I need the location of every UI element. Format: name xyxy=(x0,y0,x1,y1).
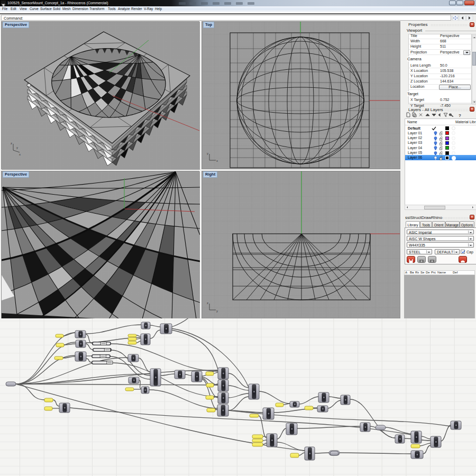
svg-text:y: y xyxy=(207,152,208,155)
svg-text:?: ? xyxy=(459,113,461,118)
svg-text:z: z xyxy=(11,142,12,145)
svg-text:x: x xyxy=(216,159,218,162)
svg-text:y: y xyxy=(16,146,18,149)
svg-text:x: x xyxy=(19,153,21,156)
svg-text:z: z xyxy=(207,301,208,305)
svg-text:y: y xyxy=(216,309,218,313)
